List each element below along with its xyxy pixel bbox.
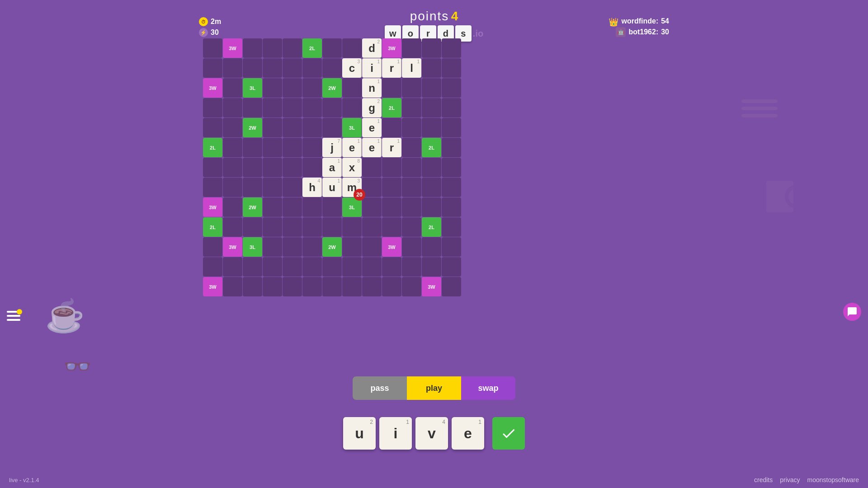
board-cell-5-2[interactable] xyxy=(243,138,262,157)
board-cell-5-12[interactable] xyxy=(442,138,461,157)
game-board[interactable]: 3W2L2d3W3c1i1r1l3W3L2W1n2g2L2W3L1e2L7j1e… xyxy=(203,38,456,291)
board-cell-12-3[interactable] xyxy=(263,277,282,296)
board-cell-4-12[interactable] xyxy=(442,118,461,137)
board-cell-1-0[interactable] xyxy=(203,58,222,78)
board-cell-1-9[interactable]: 1r xyxy=(382,58,401,78)
board-cell-8-12[interactable] xyxy=(442,197,461,217)
board-cell-2-1[interactable] xyxy=(223,78,242,98)
chat-button[interactable] xyxy=(843,303,861,321)
privacy-link[interactable]: privacy xyxy=(780,476,800,483)
board-cell-6-10[interactable] xyxy=(402,158,421,177)
board-cell-8-4[interactable] xyxy=(283,197,302,217)
board-cell-0-5[interactable]: 2L xyxy=(302,38,322,58)
board-cell-9-2[interactable] xyxy=(243,217,262,237)
board-cell-11-6[interactable] xyxy=(322,257,342,277)
board-cell-0-3[interactable] xyxy=(263,38,282,58)
board-cell-1-7[interactable]: 3c xyxy=(342,58,362,78)
board-cell-1-12[interactable] xyxy=(442,58,461,78)
board-cell-11-1[interactable] xyxy=(223,257,242,277)
board-cell-9-4[interactable] xyxy=(283,217,302,237)
board-cell-5-3[interactable] xyxy=(263,138,282,157)
board-cell-3-6[interactable] xyxy=(322,98,342,117)
board-cell-9-7[interactable] xyxy=(342,217,362,237)
board-cell-9-6[interactable] xyxy=(322,217,342,237)
board-cell-7-6[interactable]: 1u xyxy=(322,178,342,197)
board-cell-11-5[interactable] xyxy=(302,257,322,277)
moonstopsoftware-link[interactable]: moonstopsoftware xyxy=(807,476,859,483)
board-cell-6-9[interactable] xyxy=(382,158,401,177)
board-cell-6-3[interactable] xyxy=(263,158,282,177)
board-cell-12-2[interactable] xyxy=(243,277,262,296)
board-cell-5-6[interactable]: 7j xyxy=(322,138,342,157)
board-cell-1-4[interactable] xyxy=(283,58,302,78)
board-cell-12-6[interactable] xyxy=(322,277,342,296)
board-cell-9-12[interactable] xyxy=(442,217,461,237)
board-cell-7-1[interactable] xyxy=(223,178,242,197)
board-cell-10-7[interactable] xyxy=(342,237,362,257)
play-button[interactable]: play xyxy=(407,376,461,400)
board-cell-9-11[interactable]: 2L xyxy=(422,217,441,237)
board-cell-8-8[interactable] xyxy=(362,197,382,217)
board-cell-10-10[interactable] xyxy=(402,237,421,257)
board-cell-6-0[interactable] xyxy=(203,158,222,177)
board-cell-1-2[interactable] xyxy=(243,58,262,78)
board-cell-3-1[interactable] xyxy=(223,98,242,117)
confirm-button[interactable] xyxy=(492,417,525,450)
board-cell-6-2[interactable] xyxy=(243,158,262,177)
board-cell-11-2[interactable] xyxy=(243,257,262,277)
board-cell-4-8[interactable]: 1e xyxy=(362,118,382,137)
board-cell-2-5[interactable] xyxy=(302,78,322,98)
board-cell-0-8[interactable]: 2d xyxy=(362,38,382,58)
board-cell-5-4[interactable] xyxy=(283,138,302,157)
credits-link[interactable]: credits xyxy=(754,476,773,483)
board-cell-0-1[interactable]: 3W xyxy=(223,38,242,58)
board-cell-4-3[interactable] xyxy=(263,118,282,137)
board-cell-0-12[interactable] xyxy=(442,38,461,58)
board-cell-10-5[interactable] xyxy=(302,237,322,257)
board-cell-11-8[interactable] xyxy=(362,257,382,277)
board-cell-5-1[interactable] xyxy=(223,138,242,157)
board-cell-0-11[interactable] xyxy=(422,38,441,58)
board-cell-12-9[interactable] xyxy=(382,277,401,296)
board-cell-6-1[interactable] xyxy=(223,158,242,177)
board-cell-2-10[interactable] xyxy=(402,78,421,98)
swap-button[interactable]: swap xyxy=(461,376,515,400)
board-cell-9-1[interactable] xyxy=(223,217,242,237)
board-cell-3-8[interactable]: 2g xyxy=(362,98,382,117)
board-cell-4-7[interactable]: 3L xyxy=(342,118,362,137)
board-cell-3-7[interactable] xyxy=(342,98,362,117)
board-cell-7-3[interactable] xyxy=(263,178,282,197)
rack-tile-i[interactable]: 1 i xyxy=(379,417,412,450)
board-cell-1-11[interactable] xyxy=(422,58,441,78)
board-cell-1-1[interactable] xyxy=(223,58,242,78)
board-cell-8-6[interactable] xyxy=(322,197,342,217)
board-cell-7-11[interactable] xyxy=(422,178,441,197)
board-cell-4-1[interactable] xyxy=(223,118,242,137)
board-cell-9-5[interactable] xyxy=(302,217,322,237)
board-cell-10-1[interactable]: 3W xyxy=(223,237,242,257)
board-cell-5-8[interactable]: 1e xyxy=(362,138,382,157)
board-cell-6-8[interactable] xyxy=(362,158,382,177)
board-cell-8-5[interactable] xyxy=(302,197,322,217)
board-cell-2-9[interactable] xyxy=(382,78,401,98)
board-cell-4-11[interactable] xyxy=(422,118,441,137)
board-cell-12-5[interactable] xyxy=(302,277,322,296)
board-cell-0-2[interactable] xyxy=(243,38,262,58)
board-cell-10-2[interactable]: 3L xyxy=(243,237,262,257)
board-cell-5-0[interactable]: 2L xyxy=(203,138,222,157)
board-cell-12-11[interactable]: 3W xyxy=(422,277,441,296)
board-cell-9-3[interactable] xyxy=(263,217,282,237)
board-cell-3-9[interactable]: 2L xyxy=(382,98,401,117)
board-cell-4-4[interactable] xyxy=(283,118,302,137)
board-cell-8-2[interactable]: 2W xyxy=(243,197,262,217)
board-cell-12-7[interactable] xyxy=(342,277,362,296)
rack-tile-e[interactable]: 1 e xyxy=(452,417,484,450)
board-cell-3-10[interactable] xyxy=(402,98,421,117)
board-cell-4-0[interactable] xyxy=(203,118,222,137)
board-cell-9-0[interactable]: 2L xyxy=(203,217,222,237)
board-cell-11-0[interactable] xyxy=(203,257,222,277)
board-cell-0-6[interactable] xyxy=(322,38,342,58)
board-cell-2-8[interactable]: 1n xyxy=(362,78,382,98)
board-cell-2-4[interactable] xyxy=(283,78,302,98)
board-cell-7-2[interactable] xyxy=(243,178,262,197)
